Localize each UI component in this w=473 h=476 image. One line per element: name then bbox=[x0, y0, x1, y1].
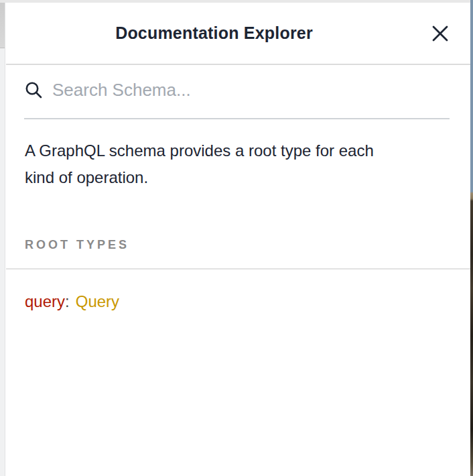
close-icon bbox=[431, 25, 449, 42]
schema-description-line: kind of operation. bbox=[25, 164, 452, 191]
root-type-query-field-link[interactable]: query bbox=[25, 292, 65, 310]
page-title: Documentation Explorer bbox=[6, 23, 422, 43]
field-type-separator: : bbox=[65, 292, 70, 310]
close-button[interactable] bbox=[422, 15, 458, 52]
schema-search-bar bbox=[24, 65, 450, 119]
doc-explorer-header: Documentation Explorer bbox=[6, 3, 470, 65]
search-input[interactable] bbox=[52, 80, 450, 103]
root-type-row-query: query:Query bbox=[6, 270, 470, 311]
background-app-edge bbox=[0, 3, 5, 476]
root-types-section-label: ROOT TYPES bbox=[6, 238, 470, 270]
desktop-wallpaper-sliver bbox=[470, 0, 473, 476]
documentation-explorer-panel: Documentation Explorer A GraphQL schema … bbox=[6, 3, 470, 476]
root-type-query-type-link[interactable]: Query bbox=[76, 292, 119, 310]
schema-description: A GraphQL schema provides a root type fo… bbox=[6, 119, 470, 191]
search-icon bbox=[24, 80, 44, 103]
schema-description-line: A GraphQL schema provides a root type fo… bbox=[25, 137, 452, 164]
